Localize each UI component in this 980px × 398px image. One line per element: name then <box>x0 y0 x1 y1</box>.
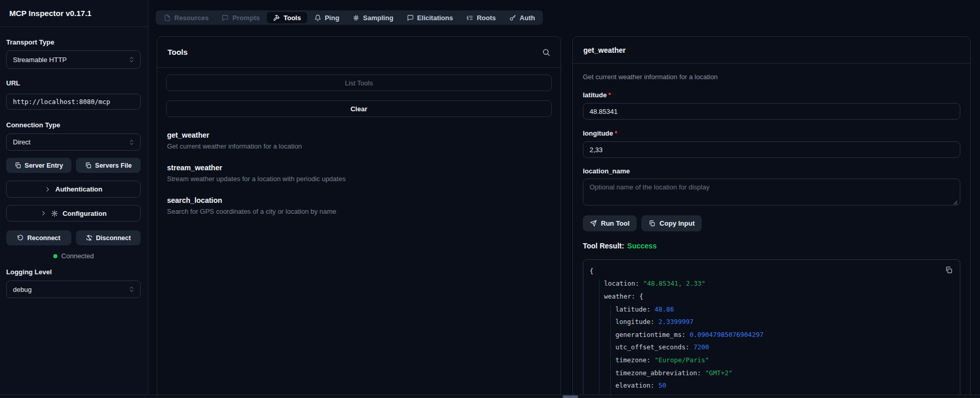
location-name-textarea[interactable] <box>583 179 960 205</box>
json-line: longitude:2.3399997 <box>583 315 960 328</box>
copy-icon <box>649 220 655 227</box>
transport-type-select[interactable]: Streamable HTTP <box>6 50 141 69</box>
tab-auth[interactable]: Auth <box>503 12 541 23</box>
result-status-badge: Success <box>627 242 657 250</box>
tab-ping[interactable]: Ping <box>308 12 345 23</box>
hash-icon <box>353 14 359 21</box>
json-line: utc_offset_seconds:7200 <box>583 341 960 354</box>
connection-type-label: Connection Type <box>6 121 141 129</box>
chevron-right-icon <box>40 210 47 216</box>
tool-detail-title: get_weather <box>583 46 626 54</box>
server-entry-button[interactable]: Server Entry <box>6 158 71 173</box>
required-marker: * <box>608 91 611 99</box>
longitude-input[interactable] <box>583 141 960 158</box>
resize-handle-icon[interactable] <box>953 200 958 205</box>
transport-type-label: Transport Type <box>6 38 141 46</box>
search-icon[interactable] <box>542 48 550 56</box>
top-tabbar: Resources Prompts Tools Ping Sampling El… <box>156 10 543 25</box>
tab-prompts: Prompts <box>216 12 266 23</box>
latitude-label: latitude* <box>583 91 960 99</box>
sidebar: MCP Inspector v0.17.1 Transport Type Str… <box>0 0 148 398</box>
tool-list-item-get-weather[interactable]: get_weather Get current weather informat… <box>167 131 551 150</box>
disconnect-button[interactable]: Disconnect <box>76 230 141 245</box>
json-line: elevation:50 <box>583 379 960 392</box>
logging-level-label: Logging Level <box>6 268 141 276</box>
hammer-icon <box>273 14 280 21</box>
tool-detail-description: Get current weather information for a lo… <box>583 73 960 81</box>
longitude-label: longitude* <box>583 129 960 137</box>
tab-elicitations[interactable]: Elicitations <box>401 12 459 23</box>
horizontal-scrollbar <box>0 394 980 398</box>
required-marker: * <box>615 129 617 137</box>
chevrons-up-down-icon <box>128 139 135 145</box>
json-line: { <box>583 264 960 277</box>
indent-guide <box>599 279 599 398</box>
sidebar-header: MCP Inspector v0.17.1 <box>0 0 148 27</box>
tools-panel: Tools List Tools Clear get_weather Get c… <box>157 36 561 398</box>
chevron-right-icon <box>44 186 51 193</box>
disconnect-icon <box>86 234 93 241</box>
url-input[interactable] <box>6 94 141 110</box>
configuration-expander[interactable]: Configuration <box>6 205 141 222</box>
tool-detail-panel: get_weather Get current weather informat… <box>572 36 971 398</box>
list-tree-icon <box>466 14 473 21</box>
reconnect-button[interactable]: Reconnect <box>6 230 71 245</box>
copy-icon <box>85 162 92 169</box>
servers-file-button[interactable]: Servers File <box>76 158 141 173</box>
json-line: generationtime_ms:0.09047985076904297 <box>583 328 960 341</box>
run-tool-button[interactable]: Run Tool <box>583 215 637 231</box>
connection-type-select[interactable]: Direct <box>6 134 141 151</box>
copy-result-icon[interactable] <box>945 266 953 274</box>
tool-result-output: { location:"48.85341, 2.33" weather:{ la… <box>583 259 960 398</box>
horizontal-scrollbar-thumb[interactable] <box>563 395 578 398</box>
latitude-input[interactable] <box>583 103 960 120</box>
location-name-label: location_name <box>583 167 960 175</box>
message-square-icon <box>222 14 229 21</box>
tool-list-item-search-location[interactable]: search_location Search for GPS coordinat… <box>167 196 551 215</box>
json-line: location:"48.85341, 2.33" <box>583 277 960 290</box>
key-icon <box>509 14 516 21</box>
json-line: latitude:48.86 <box>583 303 960 316</box>
copy-input-button[interactable]: Copy Input <box>641 215 702 231</box>
send-icon <box>590 220 597 227</box>
copy-icon <box>14 162 21 169</box>
app-title: MCP Inspector v0.17.1 <box>9 9 92 18</box>
bell-icon <box>314 14 321 21</box>
transport-type-value: Streamable HTTP <box>13 56 67 64</box>
list-tools-button[interactable]: List Tools <box>166 75 552 91</box>
tools-panel-title: Tools <box>168 48 188 56</box>
tool-list-item-stream-weather[interactable]: stream_weather Stream weather updates fo… <box>167 164 551 183</box>
tab-tools[interactable]: Tools <box>267 12 307 23</box>
logging-level-select[interactable]: debug <box>6 281 141 298</box>
connection-status: Connected <box>6 252 141 260</box>
clear-button[interactable]: Clear <box>166 100 552 117</box>
json-line: timezone_abbreviation:"GMT+2" <box>583 366 960 379</box>
chevrons-up-down-icon <box>128 286 135 293</box>
json-line: weather:{ <box>583 290 960 303</box>
rotate-ccw-icon <box>17 234 24 241</box>
gear-icon <box>51 210 58 217</box>
authentication-expander[interactable]: Authentication <box>6 181 141 198</box>
json-line: timezone:"Europe/Paris" <box>583 353 960 366</box>
chevrons-up-down-icon <box>128 56 135 63</box>
indent-guide <box>610 305 611 398</box>
file-icon <box>164 14 171 21</box>
result-json: { location:"48.85341, 2.33" weather:{ la… <box>583 260 960 398</box>
connection-type-value: Direct <box>13 138 31 146</box>
tool-result-label: Tool Result:Success <box>583 242 960 250</box>
tab-roots[interactable]: Roots <box>460 12 502 23</box>
tab-resources: Resources <box>158 12 215 23</box>
message-square-icon <box>407 14 414 21</box>
tab-sampling[interactable]: Sampling <box>346 12 400 23</box>
connected-dot-icon <box>53 254 57 258</box>
logging-level-value: debug <box>13 286 32 293</box>
url-label: URL <box>6 79 141 87</box>
